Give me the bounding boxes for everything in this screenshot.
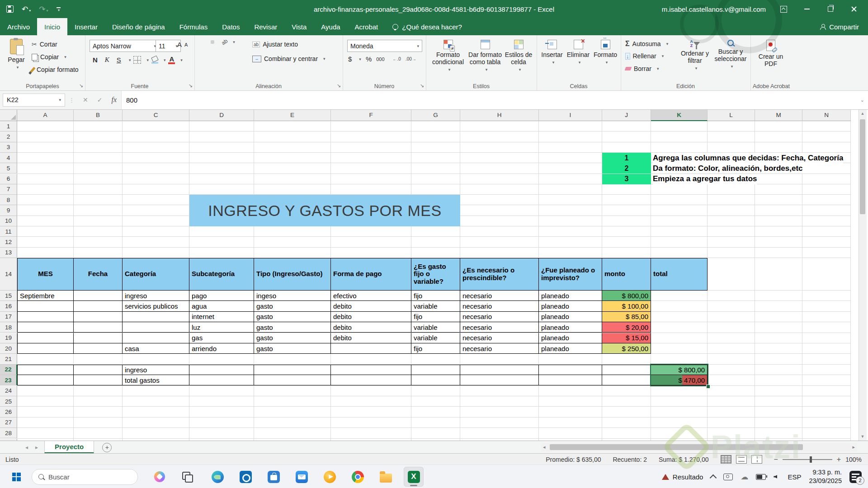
cell-G23[interactable]: [411, 375, 460, 385]
cell-C22[interactable]: ingreso: [123, 365, 189, 375]
create-pdf-button[interactable]: Crear un PDF: [755, 40, 787, 67]
align-center-button[interactable]: [204, 54, 208, 58]
copilot-icon[interactable]: [154, 471, 165, 482]
format-painter-button[interactable]: Copiar formato: [32, 66, 79, 73]
conditional-formatting-button[interactable]: Formato condicional ▾: [429, 40, 467, 72]
row-header-2[interactable]: 2: [0, 131, 17, 142]
cell-E17[interactable]: gasto: [254, 312, 331, 322]
note-number-cell-6[interactable]: 3: [602, 174, 651, 184]
underline-button[interactable]: S: [114, 55, 123, 65]
grow-shrink-font-buttons[interactable]: AA: [177, 41, 188, 48]
close-button[interactable]: [848, 3, 860, 15]
column-header-J[interactable]: J: [602, 109, 651, 121]
taskbar-app-mail[interactable]: [292, 467, 311, 487]
cell-J20[interactable]: $ 250,00: [602, 343, 651, 354]
column-header-M[interactable]: M: [755, 109, 802, 121]
worksheet-grid[interactable]: ABCDEFGHIJKLMN12345678910111213141516171…: [0, 109, 868, 441]
horizontal-scroll-thumb[interactable]: [550, 444, 803, 450]
cell-K23[interactable]: $ 470,00: [651, 375, 708, 385]
cell-I18[interactable]: planeado: [539, 322, 602, 333]
row-header-3[interactable]: 3: [0, 142, 17, 153]
column-header-N[interactable]: N: [802, 109, 851, 121]
cell-G16[interactable]: variable: [411, 301, 460, 311]
ribbon-tab-acrobat[interactable]: Acrobat: [348, 18, 386, 35]
cell-G17[interactable]: fijo: [411, 312, 460, 322]
cell-H16[interactable]: necesario: [460, 301, 539, 311]
cell-D22[interactable]: [189, 365, 254, 375]
cell-E22[interactable]: [254, 365, 331, 375]
cell-D18[interactable]: luz: [189, 322, 254, 333]
scroll-left-icon[interactable]: ◂: [541, 444, 548, 450]
scroll-up-icon[interactable]: ▲: [859, 109, 866, 117]
cell-A14[interactable]: MES: [17, 258, 74, 291]
cell-B14[interactable]: Fecha: [74, 258, 123, 291]
language-indicator[interactable]: ESP: [788, 473, 801, 481]
cell-B16[interactable]: [74, 301, 123, 311]
expand-formula-bar-icon[interactable]: ⌄: [857, 90, 868, 109]
currency-format-button[interactable]: $: [348, 55, 352, 63]
fill-button[interactable]: ↓ Rellenar ▾: [625, 52, 664, 60]
row-header-1[interactable]: 1: [0, 121, 17, 131]
cell-C15[interactable]: ingreso: [123, 291, 189, 301]
cell-I23[interactable]: [539, 375, 602, 385]
cell-F16[interactable]: debito: [331, 301, 411, 311]
cell-H18[interactable]: necesario: [460, 322, 539, 333]
row-header-5[interactable]: 5: [0, 163, 17, 174]
autosum-button[interactable]: Σ Autosuma ▾: [625, 40, 668, 48]
cell-J22[interactable]: [602, 365, 651, 375]
cell-E19[interactable]: gasto: [254, 333, 331, 343]
cell-I16[interactable]: planeado: [539, 301, 602, 311]
tray-expand-icon[interactable]: [710, 474, 717, 481]
cell-H14[interactable]: ¿Es necesario o prescindible?: [460, 258, 539, 291]
number-format-combo[interactable]: Moneda▾: [347, 40, 422, 52]
cell-C16[interactable]: servicios publicos: [123, 301, 189, 311]
decrease-decimal-button[interactable]: .00→: [406, 56, 416, 61]
dialog-launcher-icon[interactable]: ↘: [189, 83, 193, 89]
scroll-down-icon[interactable]: ▼: [859, 432, 866, 441]
increase-decimal-button[interactable]: ←.0: [393, 56, 401, 61]
title-banner-cell[interactable]: INGRESO Y GASTOS POR MES: [189, 195, 460, 226]
taskbar-app-excel[interactable]: [404, 467, 424, 487]
row-header-10[interactable]: 10: [0, 216, 17, 226]
increase-indent-button[interactable]: [223, 54, 227, 58]
row-header-20[interactable]: 20: [0, 343, 17, 354]
wrap-text-button[interactable]: ab Ajustar texto: [252, 41, 298, 48]
taskbar-app-edge[interactable]: [208, 467, 227, 487]
percent-format-button[interactable]: %: [366, 55, 372, 63]
notification-icon[interactable]: 2: [849, 471, 862, 483]
note-text-5[interactable]: Da formato: Color, alineación, bordes,et…: [653, 163, 803, 174]
row-header-14[interactable]: 14: [0, 258, 17, 291]
vertical-scrollbar[interactable]: ▲▼: [859, 109, 867, 441]
row-header-28[interactable]: 28: [0, 428, 17, 438]
cell-C23[interactable]: total gastos: [123, 375, 189, 385]
borders-icon[interactable]: [133, 56, 141, 64]
taskbar-app-outlook[interactable]: [236, 467, 255, 487]
task-view-icon[interactable]: [182, 472, 192, 482]
cell-I22[interactable]: [539, 365, 602, 375]
column-header-A[interactable]: A: [17, 109, 74, 121]
cell-B17[interactable]: [74, 312, 123, 322]
new-sheet-button[interactable]: +: [102, 443, 112, 452]
cell-E15[interactable]: ingeso: [254, 291, 331, 301]
dialog-launcher-icon[interactable]: ↘: [337, 83, 341, 89]
cell-F20[interactable]: [331, 343, 411, 354]
cell-A19[interactable]: [17, 333, 74, 343]
row-header-17[interactable]: 17: [0, 312, 17, 322]
insert-function-icon[interactable]: fx: [111, 96, 117, 104]
cell-A18[interactable]: [17, 322, 74, 333]
cell-G22[interactable]: [411, 365, 460, 375]
row-header-12[interactable]: 12: [0, 237, 17, 247]
cell-J14[interactable]: monto: [602, 258, 651, 291]
cell-A16[interactable]: [17, 301, 74, 311]
normal-view-button[interactable]: [721, 455, 731, 464]
ribbon-tab-revisar[interactable]: Revisar: [247, 18, 284, 35]
ribbon-tab-fórmulas[interactable]: Fórmulas: [172, 18, 215, 35]
cell-D19[interactable]: gas: [189, 333, 254, 343]
start-button[interactable]: [7, 468, 25, 486]
tell-me-box[interactable]: ¿Qué desea hacer?: [385, 18, 469, 35]
row-header-16[interactable]: 16: [0, 301, 17, 311]
align-bottom-button[interactable]: [211, 40, 214, 44]
cell-I14[interactable]: ¿Fue planeado o imprevisto?: [539, 258, 602, 291]
ribbon-tab-diseño-de-página[interactable]: Diseño de página: [105, 18, 172, 35]
selection-fill-handle[interactable]: [706, 385, 710, 389]
